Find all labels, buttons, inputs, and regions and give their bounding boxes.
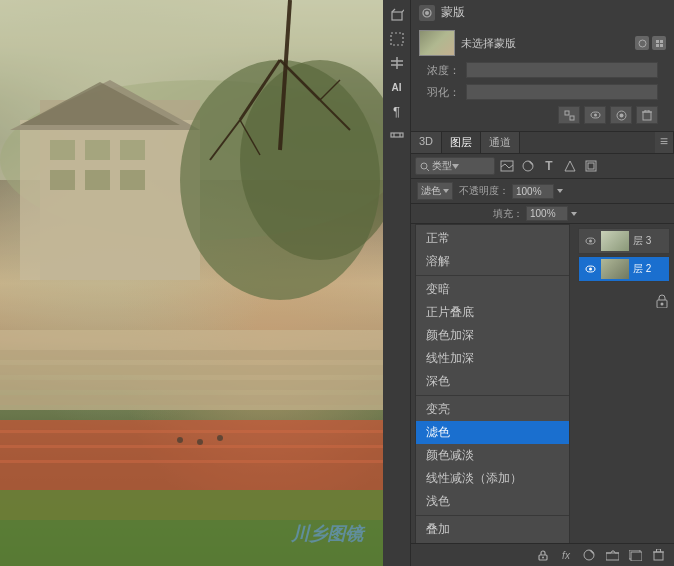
tool-settings[interactable]	[386, 124, 408, 146]
blend-item-softlight[interactable]: 柔光	[416, 541, 569, 543]
watermark-text: 川乡图镜	[291, 522, 363, 546]
blend-section-lighten: 变亮 滤色 颜色减淡 线性减淡（添加） 浅色	[416, 396, 569, 516]
lock-icon-area	[656, 294, 668, 311]
tab-3d[interactable]: 3D	[411, 132, 442, 153]
right-panel: AI ¶ 蒙版 未选择蒙版	[383, 0, 674, 566]
blend-item-screen[interactable]: 滤色	[416, 421, 569, 444]
svg-line-37	[402, 9, 404, 12]
svg-marker-74	[443, 189, 449, 193]
blend-section-normal: 正常 溶解	[416, 225, 569, 276]
mask-header: 蒙版	[419, 4, 666, 21]
lock-icon	[656, 294, 668, 308]
tab-layers[interactable]: 图层	[442, 132, 481, 153]
density-label: 浓度：	[427, 63, 460, 78]
svg-marker-76	[571, 212, 577, 216]
svg-rect-51	[660, 44, 663, 47]
svg-point-46	[425, 11, 429, 15]
filter-shape-icon[interactable]	[561, 157, 579, 175]
blend-item-overlay[interactable]: 叠加	[416, 518, 569, 541]
svg-rect-34	[0, 0, 383, 566]
layer-icon-group	[635, 36, 666, 50]
blend-item-lighter-color[interactable]: 浅色	[416, 490, 569, 513]
svg-rect-87	[631, 552, 642, 561]
link-icon[interactable]	[533, 546, 553, 564]
blend-section-darken: 变暗 正片叠底 颜色加深 线性加深 深色	[416, 276, 569, 396]
svg-point-47	[639, 40, 646, 47]
layer-3-thumb	[601, 231, 629, 251]
blend-item-darken[interactable]: 变暗	[416, 278, 569, 301]
folder-icon[interactable]	[602, 546, 622, 564]
layer-item-3[interactable]: 层 3	[578, 228, 670, 254]
panel-menu-btn[interactable]: ≡	[655, 132, 674, 153]
svg-rect-88	[654, 552, 663, 560]
new-layer-icon[interactable]	[625, 546, 645, 564]
density-bar[interactable]	[466, 62, 658, 78]
filter-smart-icon[interactable]	[582, 157, 600, 175]
svg-rect-48	[656, 40, 659, 43]
tool-text-ai[interactable]: AI	[386, 76, 408, 98]
blend-item-linear-dodge[interactable]: 线性减淡（添加）	[416, 467, 569, 490]
tool-adjust[interactable]	[386, 52, 408, 74]
density-row: 浓度：	[419, 59, 666, 81]
blend-item-lighten[interactable]: 变亮	[416, 398, 569, 421]
tool-select[interactable]	[386, 28, 408, 50]
svg-point-63	[421, 163, 427, 169]
mask-btn-eye[interactable]	[584, 106, 606, 124]
filter-image-icon[interactable]	[498, 157, 516, 175]
layer-3-visibility[interactable]	[583, 234, 597, 248]
svg-rect-42	[391, 133, 403, 137]
layer-2-thumb	[601, 259, 629, 279]
svg-rect-52	[565, 111, 569, 115]
filter-type-icon[interactable]: T	[540, 157, 558, 175]
image-canvas: 川乡图镜	[0, 0, 383, 566]
filter-adjustment-icon[interactable]	[519, 157, 537, 175]
delete-icon[interactable]	[648, 546, 668, 564]
layers-panel: 类型 T	[411, 154, 674, 566]
image-panel: 川乡图镜	[0, 0, 383, 566]
tab-channels[interactable]: 通道	[481, 132, 520, 153]
blend-item-color-burn[interactable]: 颜色加深	[416, 324, 569, 347]
layer-item-2[interactable]: 层 2	[578, 256, 670, 282]
blend-item-multiply[interactable]: 正片叠底	[416, 301, 569, 324]
svg-marker-65	[452, 164, 459, 169]
tool-para[interactable]: ¶	[386, 100, 408, 122]
layer-2-visibility[interactable]	[583, 262, 597, 276]
svg-rect-58	[643, 112, 651, 120]
adjustment-icon[interactable]	[579, 546, 599, 564]
svg-rect-38	[391, 33, 403, 45]
tabs-row: 3D 图层 通道 ≡	[411, 132, 674, 154]
opacity-control: 不透明度： 100%	[459, 184, 563, 199]
layers-list: 正常 溶解 变暗 正片叠底 颜色加深 线性加深 深色 变亮 滤色 颜色减淡	[411, 224, 674, 543]
opacity-input[interactable]: 100%	[512, 184, 554, 199]
tool-3d[interactable]	[386, 4, 408, 26]
blend-item-dissolve[interactable]: 溶解	[416, 250, 569, 273]
svg-rect-73	[588, 163, 594, 169]
blend-section-contrast: 叠加 柔光 设定	[416, 516, 569, 543]
svg-rect-53	[570, 116, 574, 120]
layers-bottom-toolbar: fx	[411, 543, 674, 566]
opacity-label: 不透明度：	[459, 184, 509, 198]
feather-bar[interactable]	[466, 84, 658, 100]
toolbar-strip: AI ¶	[383, 0, 411, 566]
mask-btn-resize[interactable]	[558, 106, 580, 124]
layer-2-name: 层 2	[633, 262, 665, 276]
fx-icon[interactable]: fx	[556, 546, 576, 564]
blend-item-darker-color[interactable]: 深色	[416, 370, 569, 393]
blend-mode-value: 滤色	[421, 184, 441, 198]
layer-icon-grid[interactable]	[652, 36, 666, 50]
mask-btn-delete[interactable]	[636, 106, 658, 124]
blend-item-normal[interactable]: 正常	[416, 227, 569, 250]
blend-mode-dropdown[interactable]: 滤色	[417, 182, 453, 200]
layers-controls-row: 滤色 不透明度： 100%	[411, 179, 674, 204]
mask-btn-mask[interactable]	[610, 106, 632, 124]
svg-line-64	[427, 168, 430, 171]
fill-input[interactable]: 100%	[526, 206, 568, 221]
blend-item-color-dodge[interactable]: 颜色减淡	[416, 444, 569, 467]
layer-3-name: 层 3	[633, 234, 665, 248]
mask-buttons-row	[419, 103, 666, 127]
search-icon	[420, 162, 429, 171]
layer-icon-circle[interactable]	[635, 36, 649, 50]
svg-point-78	[589, 240, 592, 243]
blend-item-linear-burn[interactable]: 线性加深	[416, 347, 569, 370]
svg-rect-49	[660, 40, 663, 43]
